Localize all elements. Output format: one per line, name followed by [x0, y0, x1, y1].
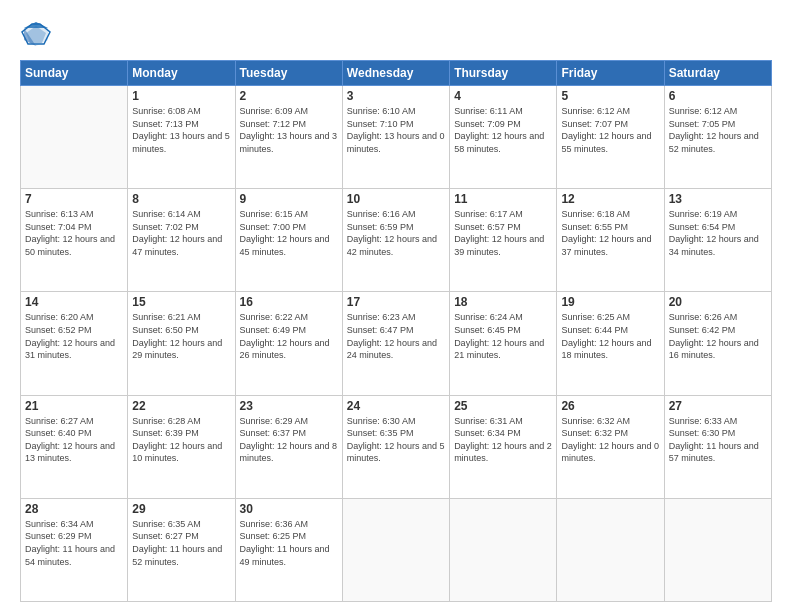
calendar-cell: 20Sunrise: 6:26 AM Sunset: 6:42 PM Dayli…: [664, 292, 771, 395]
calendar-header-saturday: Saturday: [664, 61, 771, 86]
calendar-week-row: 21Sunrise: 6:27 AM Sunset: 6:40 PM Dayli…: [21, 395, 772, 498]
calendar-cell: 24Sunrise: 6:30 AM Sunset: 6:35 PM Dayli…: [342, 395, 449, 498]
day-info: Sunrise: 6:14 AM Sunset: 7:02 PM Dayligh…: [132, 208, 230, 258]
day-number: 3: [347, 89, 445, 103]
calendar-cell: 6Sunrise: 6:12 AM Sunset: 7:05 PM Daylig…: [664, 86, 771, 189]
calendar-cell: 16Sunrise: 6:22 AM Sunset: 6:49 PM Dayli…: [235, 292, 342, 395]
calendar-cell: 3Sunrise: 6:10 AM Sunset: 7:10 PM Daylig…: [342, 86, 449, 189]
day-number: 2: [240, 89, 338, 103]
calendar-cell: 27Sunrise: 6:33 AM Sunset: 6:30 PM Dayli…: [664, 395, 771, 498]
calendar-cell: [664, 498, 771, 601]
day-info: Sunrise: 6:15 AM Sunset: 7:00 PM Dayligh…: [240, 208, 338, 258]
day-info: Sunrise: 6:20 AM Sunset: 6:52 PM Dayligh…: [25, 311, 123, 361]
day-info: Sunrise: 6:22 AM Sunset: 6:49 PM Dayligh…: [240, 311, 338, 361]
calendar-cell: [21, 86, 128, 189]
day-info: Sunrise: 6:10 AM Sunset: 7:10 PM Dayligh…: [347, 105, 445, 155]
day-number: 7: [25, 192, 123, 206]
calendar-cell: [342, 498, 449, 601]
calendar-week-row: 28Sunrise: 6:34 AM Sunset: 6:29 PM Dayli…: [21, 498, 772, 601]
calendar-cell: 11Sunrise: 6:17 AM Sunset: 6:57 PM Dayli…: [450, 189, 557, 292]
day-info: Sunrise: 6:11 AM Sunset: 7:09 PM Dayligh…: [454, 105, 552, 155]
day-info: Sunrise: 6:24 AM Sunset: 6:45 PM Dayligh…: [454, 311, 552, 361]
calendar-cell: 15Sunrise: 6:21 AM Sunset: 6:50 PM Dayli…: [128, 292, 235, 395]
calendar-cell: 4Sunrise: 6:11 AM Sunset: 7:09 PM Daylig…: [450, 86, 557, 189]
day-number: 5: [561, 89, 659, 103]
calendar-cell: 30Sunrise: 6:36 AM Sunset: 6:25 PM Dayli…: [235, 498, 342, 601]
calendar-cell: 2Sunrise: 6:09 AM Sunset: 7:12 PM Daylig…: [235, 86, 342, 189]
calendar-cell: 12Sunrise: 6:18 AM Sunset: 6:55 PM Dayli…: [557, 189, 664, 292]
day-number: 25: [454, 399, 552, 413]
day-info: Sunrise: 6:34 AM Sunset: 6:29 PM Dayligh…: [25, 518, 123, 568]
day-number: 26: [561, 399, 659, 413]
calendar-cell: 1Sunrise: 6:08 AM Sunset: 7:13 PM Daylig…: [128, 86, 235, 189]
day-number: 23: [240, 399, 338, 413]
calendar-cell: 28Sunrise: 6:34 AM Sunset: 6:29 PM Dayli…: [21, 498, 128, 601]
day-info: Sunrise: 6:26 AM Sunset: 6:42 PM Dayligh…: [669, 311, 767, 361]
day-info: Sunrise: 6:29 AM Sunset: 6:37 PM Dayligh…: [240, 415, 338, 465]
day-number: 20: [669, 295, 767, 309]
day-info: Sunrise: 6:16 AM Sunset: 6:59 PM Dayligh…: [347, 208, 445, 258]
day-number: 29: [132, 502, 230, 516]
day-number: 4: [454, 89, 552, 103]
calendar-header-tuesday: Tuesday: [235, 61, 342, 86]
day-info: Sunrise: 6:12 AM Sunset: 7:05 PM Dayligh…: [669, 105, 767, 155]
day-info: Sunrise: 6:27 AM Sunset: 6:40 PM Dayligh…: [25, 415, 123, 465]
calendar-week-row: 1Sunrise: 6:08 AM Sunset: 7:13 PM Daylig…: [21, 86, 772, 189]
calendar-week-row: 7Sunrise: 6:13 AM Sunset: 7:04 PM Daylig…: [21, 189, 772, 292]
day-number: 17: [347, 295, 445, 309]
day-info: Sunrise: 6:25 AM Sunset: 6:44 PM Dayligh…: [561, 311, 659, 361]
calendar-cell: 5Sunrise: 6:12 AM Sunset: 7:07 PM Daylig…: [557, 86, 664, 189]
calendar-header-wednesday: Wednesday: [342, 61, 449, 86]
calendar-cell: 21Sunrise: 6:27 AM Sunset: 6:40 PM Dayli…: [21, 395, 128, 498]
day-number: 9: [240, 192, 338, 206]
calendar-cell: 17Sunrise: 6:23 AM Sunset: 6:47 PM Dayli…: [342, 292, 449, 395]
day-number: 16: [240, 295, 338, 309]
calendar-cell: 22Sunrise: 6:28 AM Sunset: 6:39 PM Dayli…: [128, 395, 235, 498]
day-info: Sunrise: 6:32 AM Sunset: 6:32 PM Dayligh…: [561, 415, 659, 465]
day-number: 10: [347, 192, 445, 206]
day-number: 28: [25, 502, 123, 516]
calendar-cell: 14Sunrise: 6:20 AM Sunset: 6:52 PM Dayli…: [21, 292, 128, 395]
day-number: 14: [25, 295, 123, 309]
day-info: Sunrise: 6:19 AM Sunset: 6:54 PM Dayligh…: [669, 208, 767, 258]
calendar-cell: 26Sunrise: 6:32 AM Sunset: 6:32 PM Dayli…: [557, 395, 664, 498]
day-number: 12: [561, 192, 659, 206]
day-info: Sunrise: 6:30 AM Sunset: 6:35 PM Dayligh…: [347, 415, 445, 465]
calendar-header-sunday: Sunday: [21, 61, 128, 86]
day-info: Sunrise: 6:33 AM Sunset: 6:30 PM Dayligh…: [669, 415, 767, 465]
calendar-cell: 29Sunrise: 6:35 AM Sunset: 6:27 PM Dayli…: [128, 498, 235, 601]
calendar-header-thursday: Thursday: [450, 61, 557, 86]
day-number: 13: [669, 192, 767, 206]
calendar-cell: 10Sunrise: 6:16 AM Sunset: 6:59 PM Dayli…: [342, 189, 449, 292]
logo-icon: [20, 18, 52, 50]
day-info: Sunrise: 6:28 AM Sunset: 6:39 PM Dayligh…: [132, 415, 230, 465]
calendar-cell: 13Sunrise: 6:19 AM Sunset: 6:54 PM Dayli…: [664, 189, 771, 292]
day-info: Sunrise: 6:12 AM Sunset: 7:07 PM Dayligh…: [561, 105, 659, 155]
day-number: 30: [240, 502, 338, 516]
day-info: Sunrise: 6:35 AM Sunset: 6:27 PM Dayligh…: [132, 518, 230, 568]
day-number: 27: [669, 399, 767, 413]
day-info: Sunrise: 6:17 AM Sunset: 6:57 PM Dayligh…: [454, 208, 552, 258]
calendar-cell: [557, 498, 664, 601]
logo: [20, 18, 56, 50]
day-number: 8: [132, 192, 230, 206]
day-info: Sunrise: 6:31 AM Sunset: 6:34 PM Dayligh…: [454, 415, 552, 465]
day-info: Sunrise: 6:08 AM Sunset: 7:13 PM Dayligh…: [132, 105, 230, 155]
day-info: Sunrise: 6:18 AM Sunset: 6:55 PM Dayligh…: [561, 208, 659, 258]
calendar-cell: 23Sunrise: 6:29 AM Sunset: 6:37 PM Dayli…: [235, 395, 342, 498]
day-number: 1: [132, 89, 230, 103]
calendar-table: SundayMondayTuesdayWednesdayThursdayFrid…: [20, 60, 772, 602]
day-info: Sunrise: 6:21 AM Sunset: 6:50 PM Dayligh…: [132, 311, 230, 361]
day-number: 22: [132, 399, 230, 413]
day-number: 19: [561, 295, 659, 309]
calendar-week-row: 14Sunrise: 6:20 AM Sunset: 6:52 PM Dayli…: [21, 292, 772, 395]
calendar-cell: 8Sunrise: 6:14 AM Sunset: 7:02 PM Daylig…: [128, 189, 235, 292]
day-info: Sunrise: 6:36 AM Sunset: 6:25 PM Dayligh…: [240, 518, 338, 568]
day-info: Sunrise: 6:23 AM Sunset: 6:47 PM Dayligh…: [347, 311, 445, 361]
day-number: 11: [454, 192, 552, 206]
day-number: 6: [669, 89, 767, 103]
day-number: 18: [454, 295, 552, 309]
calendar-cell: 7Sunrise: 6:13 AM Sunset: 7:04 PM Daylig…: [21, 189, 128, 292]
calendar-header-monday: Monday: [128, 61, 235, 86]
calendar-header-friday: Friday: [557, 61, 664, 86]
